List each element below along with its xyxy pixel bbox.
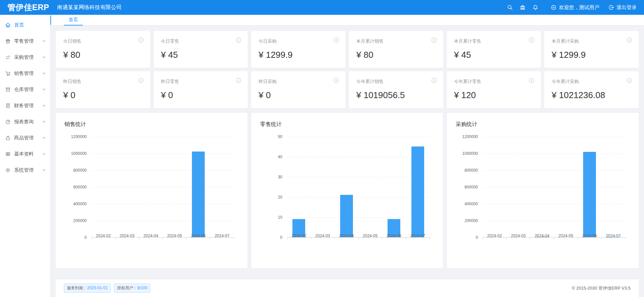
x-axis-tick-label: 2024-05 [554, 234, 578, 238]
gridline [287, 197, 430, 198]
x-axis-tick-label: 2024-07 [406, 234, 430, 238]
sidebar-item-label: 报表查询 [14, 119, 34, 125]
stat-card: 今年累计采购i¥ 1021236.08 [544, 71, 639, 108]
sidebar-item-label: 财务管理 [14, 102, 34, 109]
sidebar-item-2[interactable]: 采购管理 [0, 49, 50, 65]
x-axis-tick-label: 2024-07 [601, 234, 625, 238]
chevron-down-icon [42, 136, 46, 140]
x-axis-tick-label: 2024-04 [334, 234, 358, 238]
y-axis-tick-label: 0 [65, 235, 87, 240]
gridline [287, 157, 430, 157]
basicdata-icon [5, 151, 11, 157]
chevron-down-icon [42, 55, 46, 59]
info-icon[interactable]: i [334, 78, 339, 83]
info-icon[interactable]: i [138, 78, 144, 83]
info-icon[interactable]: i [138, 38, 144, 43]
footer-bar: 服务到期：2025-01-01授权用户：8/100 © 2015-2030 管伊… [56, 279, 639, 297]
stat-card-label: 今日销售 [63, 38, 143, 44]
sidebar-item-5[interactable]: 财务管理 [0, 97, 50, 114]
info-icon[interactable]: i [627, 78, 632, 83]
stat-card-value: ¥ 80 [356, 50, 436, 60]
x-axis-tick-label: 2024-07 [210, 234, 234, 238]
sidebar-item-label: 商品管理 [14, 135, 34, 141]
search-icon[interactable] [504, 0, 516, 15]
footer-badge[interactable]: 服务到期：2025-01-01 [64, 284, 111, 293]
y-axis-tick-label: 600000 [456, 185, 478, 189]
stat-card-label: 本月累计采购 [552, 38, 631, 44]
gridline [483, 204, 625, 204]
sidebar-item-0[interactable]: 首页 [0, 17, 50, 33]
stat-card-label: 今日零售 [161, 38, 241, 44]
sidebar-item-6[interactable]: 报表查询 [0, 114, 50, 130]
system-icon [5, 167, 11, 173]
x-axis-tick [430, 238, 430, 239]
bank-icon[interactable] [516, 0, 529, 15]
info-icon[interactable]: i [432, 78, 437, 83]
logout-button[interactable]: 退出登录 [608, 4, 637, 11]
stat-card-value: ¥ 0 [258, 90, 338, 100]
stat-card-value: ¥ 0 [63, 90, 143, 100]
plot-area [287, 137, 430, 238]
chart-title: 采购统计 [456, 121, 630, 128]
stat-card: 本月累计采购i¥ 1299.9 [544, 31, 639, 68]
purchase-icon [5, 54, 11, 60]
sidebar-item-label: 首页 [14, 22, 24, 28]
stat-card: 今日零售i¥ 45 [154, 31, 248, 68]
y-axis-tick-label: 50 [260, 134, 282, 139]
sidebar-item-9[interactable]: 系统管理 [0, 162, 50, 178]
sidebar-item-8[interactable]: 基本资料 [0, 146, 50, 162]
gridline [287, 177, 430, 177]
bar[interactable] [411, 146, 424, 237]
main-area: 首页 今日销售i¥ 80今日零售i¥ 45今日采购i¥ 1299.9本月累计销售… [50, 15, 644, 297]
chevron-down-icon [42, 152, 46, 156]
stat-card: 昨日零售i¥ 0 [154, 71, 248, 108]
y-axis-tick-label: 1200000 [456, 134, 478, 139]
warehouse-icon [5, 87, 11, 92]
sidebar-item-label: 采购管理 [14, 54, 34, 60]
bar[interactable] [340, 195, 353, 237]
stat-card-value: ¥ 1021236.08 [552, 90, 631, 100]
chart-area: 0200000400000600000800000100000012000002… [456, 129, 630, 256]
info-icon[interactable]: i [334, 38, 339, 43]
info-icon[interactable]: i [432, 38, 437, 43]
gridline [91, 221, 234, 221]
y-axis-tick-label: 400000 [456, 202, 478, 206]
header-actions: 欢迎您，测试用户 退出登录 [504, 0, 644, 15]
y-axis-tick-label: 600000 [65, 185, 87, 189]
info-icon[interactable]: i [627, 38, 632, 43]
user-welcome[interactable]: 欢迎您，测试用户 [551, 4, 599, 11]
stat-card-value: ¥ 1299.9 [552, 50, 631, 60]
x-axis-tick-label: 2024-02 [483, 234, 507, 238]
bell-icon[interactable] [529, 0, 542, 15]
sidebar-item-7[interactable]: 商品管理 [0, 130, 50, 146]
x-axis-tick-label: 2024-05 [163, 234, 187, 238]
sidebar-item-1[interactable]: 零售管理 [0, 33, 50, 49]
x-axis-tick-label: 2024-04 [530, 234, 554, 238]
x-axis-tick-label: 2024-05 [358, 234, 382, 238]
y-axis-tick-label: 1200000 [65, 134, 87, 139]
sales-icon [5, 71, 11, 76]
bar[interactable] [192, 152, 205, 237]
sidebar-item-3[interactable]: 销售管理 [0, 65, 50, 81]
x-axis-tick-label: 2024-02 [287, 234, 311, 238]
y-axis-tick-label: 20 [260, 195, 282, 200]
bar[interactable] [583, 152, 596, 237]
stat-card-label: 本月累计零售 [454, 38, 534, 44]
tab-home[interactable]: 首页 [64, 15, 83, 26]
x-axis-tick-label: 2024-03 [115, 234, 139, 238]
stat-card-value: ¥ 0 [161, 90, 241, 100]
stat-card: 昨日销售i¥ 0 [56, 71, 150, 108]
x-axis-tick-label: 2024-03 [507, 234, 530, 238]
sidebar-collapse-handle[interactable] [50, 15, 51, 25]
footer-badge[interactable]: 授权用户：8/100 [114, 284, 150, 293]
stat-card: 本月累计销售i¥ 80 [349, 31, 443, 68]
chart-panel: 采购统计020000040000060000080000010000001200… [447, 113, 639, 268]
chevron-down-icon [42, 88, 46, 91]
stat-card: 本月累计零售i¥ 45 [447, 31, 541, 68]
stat-card-label: 昨日零售 [161, 79, 241, 85]
gridline [483, 154, 625, 154]
y-axis-tick-label: 30 [260, 175, 282, 179]
stat-card-label: 今年累计零售 [454, 79, 534, 85]
sidebar-item-4[interactable]: 仓库管理 [0, 81, 50, 97]
chart-title: 零售统计 [260, 121, 434, 128]
